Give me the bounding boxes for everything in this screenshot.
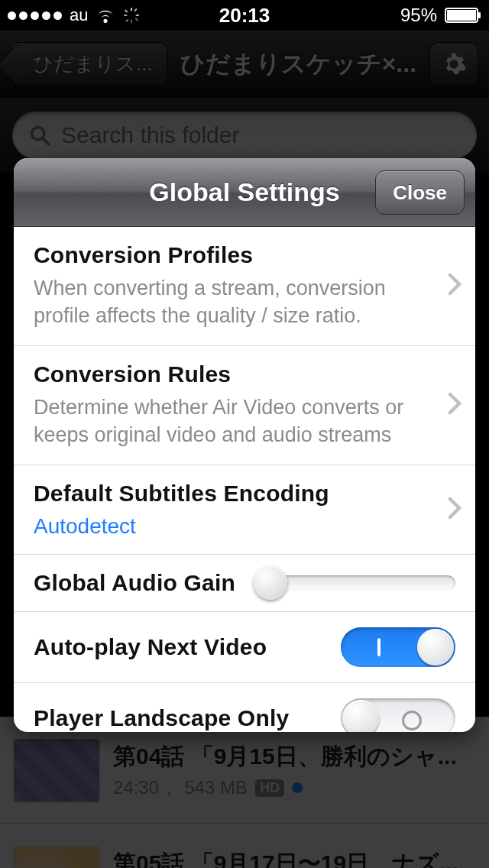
- row-title: Conversion Rules: [34, 361, 455, 387]
- switch-knob: [417, 629, 454, 666]
- row-title: Default Subtitles Encoding: [34, 481, 455, 507]
- row-landscape-only: Player Landscape Only: [14, 683, 475, 732]
- row-subtitle-encoding[interactable]: Default Subtitles Encoding Autodetect: [14, 465, 475, 555]
- row-subtitle: When converting a stream, conversion pro…: [34, 274, 431, 330]
- row-conversion-profiles[interactable]: Conversion Profiles When converting a st…: [14, 227, 475, 346]
- modal-title: Global Settings: [149, 177, 339, 207]
- row-value: Autodetect: [34, 514, 455, 539]
- switch-knob: [342, 700, 379, 732]
- status-clock: 20:13: [0, 4, 489, 28]
- chevron-right-icon: [448, 392, 461, 418]
- row-global-audio-gain: Global Audio Gain: [14, 555, 475, 612]
- status-bar: au 20:13 95%: [0, 0, 489, 31]
- chevron-right-icon: [448, 273, 461, 299]
- chevron-right-icon: [448, 497, 461, 523]
- row-autoplay-next: Auto-play Next Video: [14, 612, 475, 683]
- autoplay-toggle[interactable]: [341, 627, 455, 667]
- row-conversion-rules[interactable]: Conversion Rules Determine whether Air V…: [14, 346, 475, 465]
- slider-thumb[interactable]: [254, 566, 287, 600]
- landscape-toggle[interactable]: [341, 698, 455, 732]
- row-title: Auto-play Next Video: [34, 634, 267, 660]
- row-subtitle: Determine whether Air Video converts or …: [34, 394, 431, 449]
- audio-gain-slider[interactable]: [257, 575, 455, 591]
- row-title: Player Landscape Only: [34, 705, 289, 731]
- close-button[interactable]: Close: [375, 170, 465, 215]
- row-title: Conversion Profiles: [34, 242, 455, 268]
- modal-header: Global Settings Close: [14, 158, 475, 227]
- row-title: Global Audio Gain: [34, 570, 235, 596]
- settings-modal: Global Settings Close Conversion Profile…: [14, 158, 475, 732]
